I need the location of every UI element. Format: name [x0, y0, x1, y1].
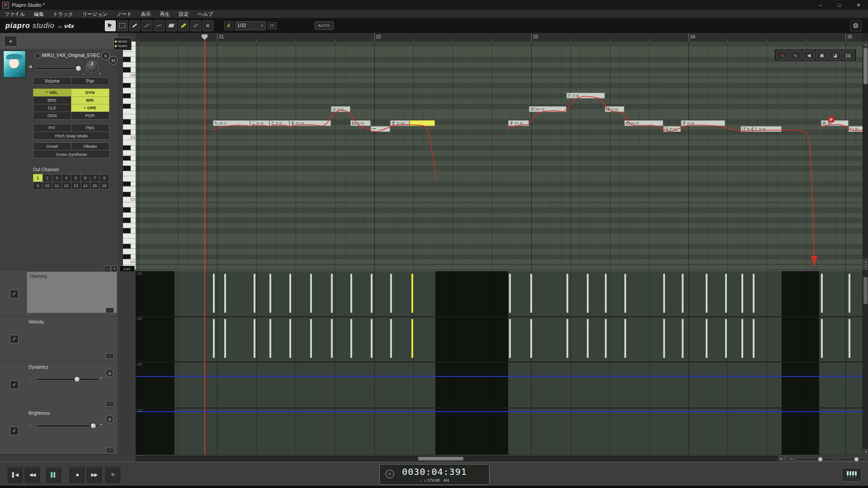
- out-channel-7[interactable]: 7: [90, 174, 100, 182]
- note[interactable]: い[i]: [849, 126, 863, 132]
- minimize-button[interactable]: –: [811, 0, 830, 10]
- velocity-bar[interactable]: [269, 319, 271, 358]
- velocity-bar[interactable]: [663, 319, 665, 358]
- piano-key-40[interactable]: [123, 239, 136, 244]
- measure-ruler[interactable]: 3132333435: [136, 33, 863, 42]
- collapse-lane-button[interactable]: –: [106, 308, 114, 313]
- select-tool[interactable]: [105, 20, 116, 31]
- volume-slider[interactable]: [36, 67, 80, 70]
- menu-item-3[interactable]: リージョン: [78, 11, 112, 18]
- velocity-bar[interactable]: [849, 274, 850, 313]
- piano-key-36[interactable]: C2: [123, 259, 136, 264]
- grid-value-select[interactable]: 1/32 ▼: [235, 21, 266, 30]
- scroll-up-icon[interactable]: ▲: [863, 259, 868, 264]
- velocity-bar[interactable]: [725, 274, 727, 313]
- param-por-button[interactable]: POR: [71, 112, 109, 120]
- piano-key-70[interactable]: [123, 83, 136, 88]
- lane-scroll-thumb[interactable]: [863, 277, 868, 304]
- param-pbs-button[interactable]: PBS: [71, 124, 109, 132]
- velocity-bar[interactable]: [587, 319, 589, 358]
- piano-key-51[interactable]: [123, 182, 136, 187]
- roll-scroll-thumb[interactable]: [863, 48, 868, 84]
- velocity-bar[interactable]: [821, 319, 823, 358]
- note[interactable]: け[k e]: [741, 126, 753, 132]
- piano-key-65[interactable]: [123, 109, 136, 114]
- piano-key-49[interactable]: [123, 192, 136, 197]
- pause-button[interactable]: ▌▌: [46, 467, 61, 483]
- piano-key-59[interactable]: [123, 140, 136, 145]
- piano-key-60[interactable]: C4: [123, 135, 136, 140]
- piano-key-55[interactable]: [123, 161, 136, 166]
- velocity-bar[interactable]: [566, 319, 568, 358]
- piano-roll[interactable]: ち[tɕ i]こ[k o]と[t o]ま[m a]よ[j o]ね[n e]ーす[…: [136, 42, 863, 270]
- piano-key-64[interactable]: [123, 114, 136, 119]
- brightness-auto-button[interactable]: a: [105, 415, 114, 423]
- velocity-bar[interactable]: [224, 319, 226, 358]
- velocity-bar[interactable]: [821, 274, 823, 313]
- note[interactable]: ね[n e]: [350, 120, 371, 126]
- add-track-button[interactable]: +: [4, 36, 17, 47]
- note[interactable]: こ[k o]: [250, 120, 269, 126]
- note[interactable]: め[m e]: [624, 120, 663, 126]
- virtual-keyboard-button[interactable]: [842, 468, 862, 482]
- vertical-scrollbar[interactable]: ▲ ▲ ▼ ▼: [863, 33, 868, 455]
- track-name[interactable]: MIKU_V4X_Original_EVEC: [42, 52, 100, 58]
- hzoom-slider-thumb[interactable]: [818, 457, 823, 462]
- piano-key-46[interactable]: [123, 207, 136, 212]
- draw-disabled-tool[interactable]: [190, 20, 201, 31]
- skip-start-button[interactable]: ▌◀: [8, 467, 23, 483]
- parameter-lanes[interactable]: 127 127 127 127: [136, 271, 863, 455]
- piano-key-75[interactable]: [123, 57, 136, 62]
- out-channel-2[interactable]: 2: [42, 174, 52, 182]
- pencil-tool[interactable]: [129, 20, 140, 31]
- velocity-bar[interactable]: [605, 319, 607, 358]
- dynamics-auto-button[interactable]: a: [105, 369, 114, 377]
- pitch-snap-mode-button[interactable]: Pitch Snap Mode: [33, 131, 110, 140]
- collapse-lane-button[interactable]: –: [106, 448, 114, 453]
- hzoom-minus-label[interactable]: –: [789, 456, 794, 461]
- zoom-in-button[interactable]: +: [111, 266, 118, 272]
- horizontal-scrollbar[interactable]: [136, 456, 784, 461]
- velocity-bar[interactable]: [624, 319, 626, 358]
- line-tool[interactable]: [142, 20, 152, 31]
- piano-key-50[interactable]: [123, 187, 136, 192]
- piano-key-45[interactable]: [123, 213, 136, 218]
- region-block[interactable]: Opening: [27, 272, 117, 313]
- piano-key-61[interactable]: [123, 130, 136, 135]
- velocity-bar[interactable]: [289, 319, 291, 358]
- brightness-slider[interactable]: [36, 425, 98, 427]
- slider-minus-label[interactable]: -: [30, 422, 31, 427]
- note-property-button[interactable]: ▣: [816, 51, 828, 60]
- settings-gear-icon[interactable]: ⚙: [850, 20, 862, 32]
- param-ope-button[interactable]: ≡OPE: [71, 104, 109, 112]
- velocity-bar[interactable]: [706, 319, 708, 358]
- slider-plus-label[interactable]: +: [100, 375, 103, 380]
- note[interactable]: さ[s a]: [681, 120, 725, 126]
- property-marker-badge[interactable]: P: [828, 117, 834, 122]
- velocity-bar[interactable]: [605, 274, 607, 313]
- menu-item-8[interactable]: ヘルプ: [193, 11, 218, 18]
- out-channel-9[interactable]: 9: [33, 182, 43, 190]
- piano-key-48[interactable]: C3: [123, 197, 136, 202]
- eraser-tool[interactable]: [166, 20, 177, 31]
- maximize-button[interactable]: □: [830, 0, 849, 10]
- pan-knob[interactable]: [86, 61, 99, 73]
- note[interactable]: ち[tɕ i]: [213, 120, 250, 126]
- loop-button[interactable]: ↻: [105, 467, 120, 483]
- grid-snap-icon[interactable]: #: [224, 21, 233, 30]
- velocity-bar[interactable]: [310, 319, 312, 358]
- velocity-bar[interactable]: [741, 319, 743, 358]
- velocity-bar-selected[interactable]: [411, 274, 413, 313]
- note[interactable]: と[t o]: [269, 120, 289, 126]
- piano-key-52[interactable]: [123, 176, 136, 181]
- stop-button[interactable]: ■: [70, 467, 85, 483]
- pan-tab[interactable]: Pan: [71, 77, 109, 85]
- note[interactable]: ま[m a]: [508, 120, 529, 126]
- param-dyn-button[interactable]: DYN: [71, 89, 109, 97]
- piano-key-42[interactable]: [123, 228, 136, 233]
- velocity-bar[interactable]: [753, 274, 755, 313]
- auto-button[interactable]: AUTO: [315, 21, 334, 30]
- forward-button[interactable]: ▶▶: [87, 467, 102, 483]
- cross-synthesis-button[interactable]: Cross Synthesis: [33, 150, 110, 158]
- velocity-bar[interactable]: [530, 319, 532, 358]
